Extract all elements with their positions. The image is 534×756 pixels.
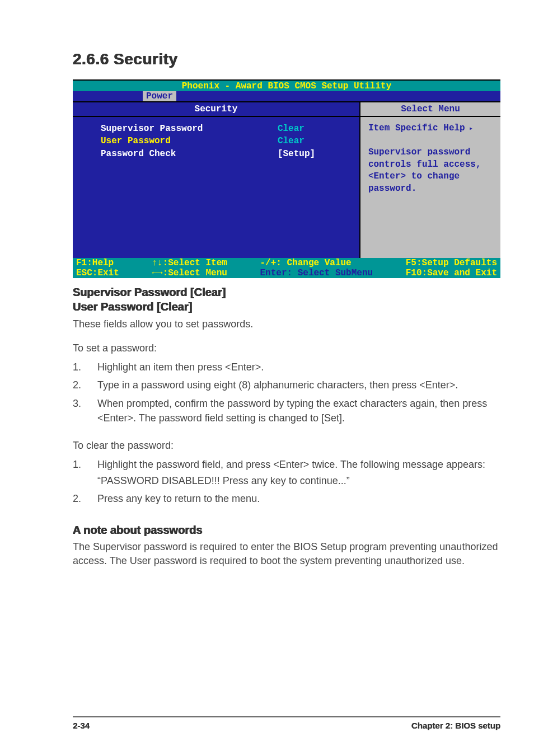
save-exit: F10:Save and Exit xyxy=(406,268,497,278)
clear-password-steps: 1.Highlight the password field, and pres… xyxy=(73,457,500,472)
bios-value: [Setup] xyxy=(278,148,345,160)
select-submenu: Enter: Select SubMenu xyxy=(260,268,373,278)
f1-help: F1:Help xyxy=(76,258,114,268)
section-heading: 2.6.6 Security xyxy=(73,50,500,68)
intro-text: These fields allow you to set passwords. xyxy=(73,317,500,331)
setup-defaults: F5:Setup Defaults xyxy=(406,258,497,268)
step-text: When prompted, confirm the password by t… xyxy=(97,396,500,425)
bios-left-header: Security xyxy=(73,102,359,117)
bios-row-user: User Password Clear xyxy=(101,135,345,147)
list-item: 3.When prompted, confirm the password by… xyxy=(73,396,500,425)
subheading-user: User Password [Clear] xyxy=(73,299,500,314)
bios-label: User Password xyxy=(101,135,278,147)
note-body: The Supervisor password is required to e… xyxy=(73,540,500,568)
step-text: Press any key to return to the menu. xyxy=(97,491,500,506)
esc-exit: ESC:Exit xyxy=(76,268,119,278)
set-password-steps: 1.Highlight an item then press <Enter>. … xyxy=(73,360,500,425)
subheading-supervisor: Supervisor Password [Clear] xyxy=(73,285,500,299)
bios-help-title: Item Specific Help xyxy=(368,123,493,135)
select-item: ↑↓:Select Item xyxy=(152,258,227,268)
bios-right-header: Select Menu xyxy=(360,102,500,117)
list-item: 1.Highlight the password field, and pres… xyxy=(73,457,500,472)
bios-label: Supervisor Password xyxy=(101,123,278,135)
change-value: -/+: Change Value xyxy=(260,258,351,268)
bios-row-check: Password Check [Setup] xyxy=(101,148,345,160)
step-text: Highlight the password field, and press … xyxy=(97,457,500,472)
clear-password-label: To clear the password: xyxy=(73,439,500,453)
step-text: Type in a password using eight (8) alpha… xyxy=(97,378,500,392)
bios-value: Clear xyxy=(278,123,345,135)
page-number: 2-34 xyxy=(73,721,90,730)
list-item: 2.Type in a password using eight (8) alp… xyxy=(73,378,500,392)
list-item: 2.Press any key to return to the menu. xyxy=(73,491,500,506)
bios-title: Phoenix - Award BIOS CMOS Setup Utility xyxy=(73,81,500,91)
select-menu: ←→:Select Menu xyxy=(152,268,227,278)
list-item: 1.Highlight an item then press <Enter>. xyxy=(73,360,500,374)
bios-tab-power: Power xyxy=(143,91,176,101)
step-text: Highlight an item then press <Enter>. xyxy=(97,360,500,374)
page-footer: 2-34 Chapter 2: BIOS setup xyxy=(73,716,500,730)
bios-tab-row: Power xyxy=(73,91,500,101)
bios-footer: F1:HelpESC:Exit ↑↓:Select Item←→:Select … xyxy=(73,258,500,278)
set-password-label: To set a password: xyxy=(73,341,500,355)
bios-label: Password Check xyxy=(101,148,278,160)
chapter-label: Chapter 2: BIOS setup xyxy=(411,721,500,730)
bios-help-body: Supervisor password controls full access… xyxy=(368,147,493,195)
note-heading: A note about passwords xyxy=(73,524,500,537)
disabled-message: “PASSWORD DISABLED!!! Press any key to c… xyxy=(97,475,500,487)
clear-password-steps-2: 2.Press any key to return to the menu. xyxy=(73,491,500,506)
bios-screenshot: Phoenix - Award BIOS CMOS Setup Utility … xyxy=(73,79,500,278)
bios-row-supervisor: Supervisor Password Clear xyxy=(101,123,345,135)
bios-value: Clear xyxy=(278,135,345,147)
